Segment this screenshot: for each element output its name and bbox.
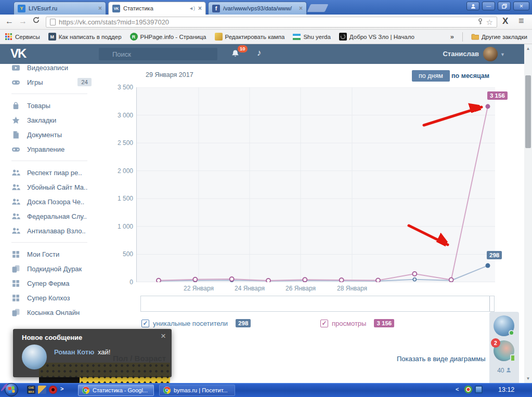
- market-icon: [11, 101, 20, 110]
- sidebar-item-label: Косынка Онлайн: [27, 309, 80, 316]
- tab-title: LIVEsurf.ru: [29, 5, 95, 11]
- sidebar-item[interactable]: Убойный Сайт Ма..: [0, 180, 99, 194]
- chevron-down-icon[interactable]: ▼: [500, 52, 505, 57]
- menu-icon[interactable]: ≡: [518, 16, 524, 27]
- star-icon[interactable]: ☆: [486, 18, 493, 27]
- sidebar: ВидеозаписиИгры24ТоварыЗакладкиДокументы…: [0, 60, 99, 320]
- sidebar-item[interactable]: Закладки: [0, 113, 99, 127]
- range-handle[interactable]: [489, 296, 494, 311]
- new-tab-button[interactable]: [307, 4, 329, 12]
- sender-avatar[interactable]: [22, 345, 47, 369]
- show-as-diagram-link[interactable]: Показать в виде диаграммы: [397, 355, 486, 363]
- browser-tab-file[interactable]: f /var/www/vps93/data/www/ ×: [208, 2, 307, 15]
- sidebar-item-label: Доска Позора Че..: [27, 198, 84, 206]
- tab-close-icon[interactable]: ×: [299, 5, 303, 12]
- chat-avatar[interactable]: 2: [494, 340, 514, 361]
- bookmark-edit-campaign[interactable]: Редактировать кампа: [215, 33, 285, 41]
- browser-tab-livesurf[interactable]: Y LIVEsurf.ru ×: [14, 2, 106, 15]
- scrollbar-thumb[interactable]: [525, 75, 531, 148]
- checkbox-views[interactable]: ✓: [320, 320, 328, 327]
- stats-chart[interactable]: [136, 87, 495, 282]
- y-axis-tick: 500: [111, 250, 133, 258]
- scroll-down-icon[interactable]: ▼: [524, 376, 532, 381]
- user-name[interactable]: Станислав: [443, 50, 479, 58]
- close-button[interactable]: ✕: [513, 2, 529, 10]
- taskbar: CHEMAX > Статистика - Googl... bymas.ru …: [0, 383, 532, 397]
- back-icon[interactable]: ←: [5, 17, 14, 26]
- scroll-up-icon[interactable]: ▲: [524, 46, 532, 51]
- sidebar-item[interactable]: Мои Гости: [0, 247, 99, 261]
- sidebar-item[interactable]: Управление: [0, 142, 99, 156]
- avatar[interactable]: [483, 47, 498, 61]
- taskbar-task-statistics[interactable]: Статистика - Googl...: [78, 385, 154, 396]
- url-text[interactable]: https://vk.com/stats?mid=195397020: [59, 18, 474, 26]
- bookmark-services[interactable]: Сервисы: [5, 33, 40, 41]
- music-note-icon[interactable]: ♪: [257, 48, 262, 58]
- bookmark-shuyerda[interactable]: Shu yerda: [293, 33, 330, 41]
- online-count[interactable]: 40: [489, 367, 519, 374]
- minimize-button[interactable]: —: [482, 2, 495, 10]
- clock: 13:12: [498, 386, 514, 393]
- vk-favicon: VK: [112, 5, 120, 12]
- tab-by-days[interactable]: по дням: [412, 70, 450, 82]
- sidebar-item[interactable]: Доска Позора Че..: [0, 194, 99, 209]
- profile-icon[interactable]: [466, 2, 479, 10]
- quicklaunch-expand-icon[interactable]: >: [60, 386, 63, 392]
- bookmark-phpage[interactable]: R PHPage.info - Страница: [130, 33, 206, 41]
- quicklaunch-icon[interactable]: [38, 386, 46, 394]
- scrollbar[interactable]: ▲ ▼: [524, 44, 532, 383]
- tab-close-icon[interactable]: ×: [198, 5, 202, 12]
- sidebar-item[interactable]: Подкидной Дурак: [0, 261, 99, 276]
- checkbox-visitors[interactable]: ✓: [141, 320, 149, 327]
- popup-sender[interactable]: Роман Котю: [54, 348, 94, 356]
- display-tray-icon[interactable]: [475, 386, 483, 393]
- sidebar-item[interactable]: Респект пиар ре..: [0, 165, 99, 180]
- bookmarks-icon: [11, 116, 20, 125]
- forward-icon[interactable]: →: [19, 17, 27, 26]
- facebook-favicon: f: [212, 5, 220, 12]
- bookmark-support[interactable]: М Как написать в поддер: [48, 33, 122, 41]
- annotation-arrow: [409, 226, 448, 245]
- bookmarks-overflow-icon[interactable]: »: [450, 33, 454, 41]
- icq-tray-icon[interactable]: [464, 386, 472, 393]
- restore-button[interactable]: [498, 2, 511, 10]
- sidebar-item[interactable]: Федеральная Слу..: [0, 209, 99, 223]
- new-message-popup[interactable]: Новое сообщение × Роман Котю хай!: [13, 329, 172, 377]
- chat-avatar[interactable]: [494, 315, 514, 336]
- tray-expand-icon[interactable]: <: [456, 386, 459, 392]
- legend-label: уникальные посетители: [153, 320, 228, 327]
- tab-close-icon[interactable]: ×: [98, 5, 102, 12]
- chemax-icon[interactable]: CHEMAX: [27, 386, 35, 394]
- vk-logo[interactable]: VK: [10, 46, 25, 61]
- other-bookmarks-folder[interactable]: Другие закладки: [471, 33, 527, 41]
- taskbar-task-bymas[interactable]: bymas.ru | Посетит...: [159, 385, 235, 396]
- bookmark-dobro[interactable]: Добро VS Зло | Начало: [339, 33, 414, 41]
- community-icon: [11, 183, 20, 192]
- sidebar-item-label: Подкидной Дурак: [27, 265, 82, 273]
- video-icon: [11, 63, 20, 72]
- legend-views[interactable]: ✓ просмотры 3 156: [320, 319, 394, 327]
- chart-range-selector[interactable]: [140, 296, 495, 312]
- quicklaunch-icon[interactable]: [49, 386, 57, 394]
- extension-x-icon[interactable]: X: [502, 16, 508, 27]
- chrome-icon: [82, 387, 89, 394]
- tab-by-months[interactable]: по месяцам: [451, 72, 489, 80]
- sidebar-item[interactable]: Игры24: [0, 75, 99, 89]
- sidebar-item[interactable]: Косынка Онлайн: [0, 305, 99, 320]
- key-icon[interactable]: [477, 18, 483, 27]
- sidebar-item[interactable]: Супер Ферма: [0, 276, 99, 290]
- x-axis-tick: 24 Января: [226, 285, 273, 292]
- tab-title: Статистика: [123, 5, 186, 11]
- legend-unique-visitors[interactable]: ✓ уникальные посетители 298: [141, 319, 251, 327]
- search-input[interactable]: [99, 48, 217, 60]
- browser-tab-statistics[interactable]: VK Статистика ◄) ×: [108, 2, 206, 15]
- legend-value-badge: 3 156: [374, 319, 394, 327]
- close-icon[interactable]: ×: [161, 331, 166, 341]
- sidebar-item[interactable]: Антиалавар Взло..: [0, 223, 99, 238]
- sidebar-item[interactable]: Товары: [0, 98, 99, 113]
- manage-icon: [11, 145, 20, 154]
- refresh-icon[interactable]: [32, 16, 40, 26]
- address-bar[interactable]: https://vk.com/stats?mid=195397020 ☆: [46, 17, 497, 28]
- sidebar-item[interactable]: Супер Колхоз: [0, 290, 99, 305]
- sidebar-item[interactable]: Документы: [0, 127, 99, 142]
